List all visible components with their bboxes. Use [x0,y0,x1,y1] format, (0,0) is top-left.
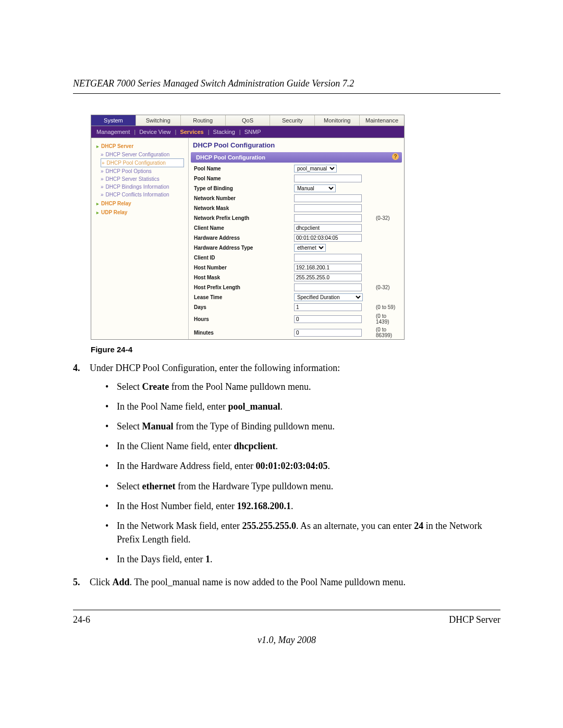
subnav-device-view[interactable]: Device View [139,129,170,135]
field-label: Pool Name [191,164,291,174]
main-panel: DHCP Pool Configuration DHCP Pool Config… [189,138,404,339]
lease-time-select[interactable]: Specified Duration [294,293,363,301]
sidebar-section-dhcp-relay[interactable]: DHCP Relay [96,200,184,208]
primary-tabs: System Switching Routing QoS Security Mo… [91,115,404,126]
bullet-item: In the Days field, enter 1. [105,552,500,566]
footer-version: v1.0, May 2008 [73,635,500,646]
field-label: Host Number [191,263,291,273]
field-label: Network Prefix Length [191,213,291,223]
network-mask-input[interactable] [294,204,362,212]
panel-title: DHCP Pool Configuration [193,141,404,149]
bullet-item: In the Host Number field, enter 192.168.… [105,499,500,513]
bullet-item: In the Hardware Address field, enter 00:… [105,459,500,473]
section-header: DHCP Pool Configuration ? [191,152,402,163]
host-prefix-input[interactable] [294,283,362,291]
client-name-input[interactable] [294,224,362,232]
config-screenshot: System Switching Routing QoS Security Mo… [91,115,405,340]
field-hint: (0 to 59) [373,302,402,312]
bullet-item: Select Manual from the Type of Binding p… [105,419,500,433]
step-text: Under DHCP Pool Configuration, enter the… [90,363,340,373]
field-label: Host Prefix Length [191,282,291,292]
config-form: Pool Namepool_manual Pool Name Type of B… [191,164,402,339]
sidebar-section-dhcp-server[interactable]: DHCP Server [96,142,184,151]
client-id-input[interactable] [294,254,362,262]
field-label: Days [191,302,291,312]
field-hint: (0-32) [373,282,402,292]
network-number-input[interactable] [294,194,362,202]
footer-section: DHCP Server [449,614,500,625]
section-header-label: DHCP Pool Configuration [196,154,265,161]
bullet-item: In the Pool Name field, enter pool_manua… [105,400,500,413]
sidebar-section-udp-relay[interactable]: UDP Relay [96,208,184,217]
sidebar-item[interactable]: DHCP Pool Options [101,167,184,175]
subnav-services[interactable]: Services [180,129,203,135]
sidebar-item[interactable]: DHCP Server Configuration [101,151,184,158]
tab-maintenance[interactable]: Maintenance [360,115,404,126]
field-label: Host Mask [191,273,291,282]
hardware-address-input[interactable] [294,234,362,242]
hardware-type-select[interactable]: ethernet [294,244,326,252]
bullet-item: In the Client Name field, enter dhcpclie… [105,439,500,453]
field-label: Type of Binding [191,183,291,193]
field-hint: (0 to 86399) [373,326,402,339]
figure-caption: Figure 24-4 [91,345,500,354]
sidebar-item[interactable]: DHCP Bindings Information [101,183,184,191]
pool-name-select[interactable]: pool_manual [294,165,337,172]
step-text: Click Add. The pool_manual name is now a… [90,575,500,589]
sidebar-item[interactable]: DHCP Conflicts Information [101,191,184,199]
sidebar: DHCP Server DHCP Server Configuration DH… [91,138,189,339]
days-input[interactable] [294,303,362,311]
tab-routing[interactable]: Routing [181,115,226,126]
hours-input[interactable] [294,315,362,323]
subnav-management[interactable]: Management [96,129,130,135]
bullet-item: Select ethernet from the Hardware Type p… [105,479,500,493]
host-number-input[interactable] [294,264,362,272]
subnav-snmp[interactable]: SNMP [244,129,261,135]
sub-nav: Management| Device View| Services| Stack… [91,126,404,138]
page-header: NETGEAR 7000 Series Managed Switch Admin… [73,78,500,94]
field-label: Pool Name [191,174,291,183]
instruction-list: 4. Under DHCP Pool Configuration, enter … [73,361,500,589]
binding-type-select[interactable]: Manual [294,184,336,192]
field-label: Client Name [191,223,291,233]
field-label: Minutes [191,326,291,339]
field-label: Lease Time [191,292,291,302]
minutes-input[interactable] [294,329,362,337]
field-label: Network Number [191,193,291,203]
tab-system[interactable]: System [91,115,136,126]
tab-switching[interactable]: Switching [136,115,181,126]
pool-name-input[interactable] [294,175,362,182]
bullet-list: Select Create from the Pool Name pulldow… [90,380,500,566]
subnav-stacking[interactable]: Stacking [213,129,235,135]
help-icon[interactable]: ? [392,153,399,160]
sidebar-item[interactable]: DHCP Pool Configuration [101,158,184,167]
field-label: Hardware Address Type [191,243,291,253]
footer-page-number: 24-6 [73,614,90,625]
sidebar-item[interactable]: DHCP Server Statistics [101,175,184,183]
field-label: Client ID [191,253,291,263]
network-prefix-input[interactable] [294,214,362,222]
tab-security[interactable]: Security [270,115,315,126]
bullet-item: Select Create from the Pool Name pulldow… [105,380,500,393]
tab-qos[interactable]: QoS [226,115,271,126]
step-number: 4. [73,361,90,572]
bullet-item: In the Network Mask field, enter 255.255… [105,519,500,546]
page-footer: 24-6 DHCP Server [73,610,500,625]
step-number: 5. [73,575,90,589]
field-label: Hours [191,312,291,326]
field-hint: (0 to 1439) [373,312,402,326]
field-label: Hardware Address [191,233,291,243]
host-mask-input[interactable] [294,274,362,281]
tab-monitoring[interactable]: Monitoring [315,115,360,126]
field-label: Network Mask [191,203,291,213]
field-hint: (0-32) [373,213,402,223]
